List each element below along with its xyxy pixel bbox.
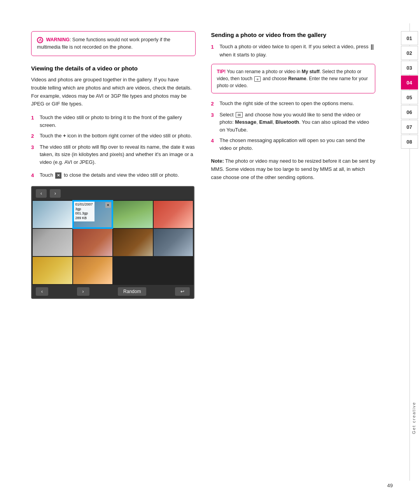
gallery-cell-close[interactable]: ✕: [105, 202, 111, 208]
tab-05[interactable]: 05: [401, 90, 418, 104]
gallery-cell-info: 01/01/2007 3gp 001.3gp 289 KB: [74, 202, 94, 221]
right-step-num-2: 2: [211, 100, 217, 108]
right-column: Sending a photo or video from the galler…: [211, 31, 376, 473]
right-step-text-4: The chosen messaging application will op…: [220, 137, 376, 152]
left-section-body: Videos and photos are grouped together i…: [31, 76, 196, 108]
step-num-4-right: 4: [31, 172, 37, 180]
right-step-text-1: Touch a photo or video twice to open it.…: [220, 43, 376, 59]
right-step-num-4: 4: [211, 137, 217, 145]
gallery-topbar: ‹ ›: [32, 187, 194, 200]
gallery-cell-9[interactable]: [33, 257, 72, 284]
tip-box: TIP! You can rename a photo or video in …: [211, 64, 376, 93]
close-icon: ✕: [55, 172, 61, 179]
gallery-forward-btn[interactable]: ›: [50, 189, 61, 198]
tab-08[interactable]: 08: [401, 135, 418, 149]
gallery-next-btn[interactable]: ›: [77, 287, 89, 296]
step-text-3: The video still or photo will flip over …: [40, 143, 196, 166]
gallery-screen: ‹ › 01/01/2007 3gp 001.3gp 289 KB ✕: [31, 186, 194, 299]
gallery-cell-10[interactable]: [73, 257, 113, 284]
tab-02[interactable]: 02: [401, 46, 418, 60]
gallery-back-btn[interactable]: ‹: [36, 189, 47, 198]
right-steps-2-4: 2 Touch the right side of the screen to …: [211, 100, 376, 152]
tab-07[interactable]: 07: [401, 120, 418, 134]
left-steps-list: 1 Touch the video still or photo to brin…: [31, 114, 196, 166]
tip-mystuff: My stuff: [302, 69, 320, 74]
step-4-text: Touch ✕ to close the details and view th…: [40, 171, 179, 179]
get-creative-label: Get creative: [411, 402, 416, 434]
left-step-1: 1 Touch the video still or photo to brin…: [31, 114, 196, 129]
right-section-title: Sending a photo or video from the galler…: [211, 31, 376, 39]
warning-icon: ⚠: [37, 37, 43, 43]
right-step-3: 3 Select ✉ and choose how you would like…: [211, 111, 376, 134]
gallery-cell-4[interactable]: [154, 201, 193, 228]
left-step-4: 4 Touch ✕ to close the details and view …: [31, 171, 196, 180]
page-number: 49: [387, 483, 393, 488]
right-step-num-1: 1: [211, 43, 217, 51]
tab-01[interactable]: 01: [401, 31, 418, 45]
email-bold: Email: [259, 119, 273, 125]
tab-04[interactable]: 04: [401, 76, 418, 90]
gallery-cell-5[interactable]: [33, 229, 72, 256]
gallery-prev-btn[interactable]: ‹: [36, 287, 48, 296]
message-bold: Message: [235, 119, 256, 125]
tip-body: You can rename a photo or video in My st…: [217, 69, 368, 88]
step-num-2: 2: [31, 132, 37, 140]
left-column: ⚠ WARNING: Some functions would not work…: [31, 31, 196, 473]
left-step-2: 2 Touch the + icon in the bottom right c…: [31, 132, 196, 140]
right-steps-list: 1 Touch a photo or video twice to open i…: [211, 43, 376, 59]
gallery-cell-8[interactable]: [154, 229, 193, 256]
warning-box: ⚠ WARNING: Some functions would not work…: [31, 31, 196, 56]
gallery-grid: 01/01/2007 3gp 001.3gp 289 KB ✕: [32, 200, 194, 285]
tip-title: TIP!: [217, 69, 226, 74]
step-num-3: 3: [31, 144, 37, 151]
note-bold: Note:: [211, 158, 224, 164]
gallery-cell-3[interactable]: [113, 201, 153, 228]
tip-rename: Rename: [288, 76, 306, 81]
gallery-cell-2[interactable]: 01/01/2007 3gp 001.3gp 289 KB ✕: [73, 201, 113, 228]
tab-container: 01 02 03 04 05 06 07 08: [401, 23, 418, 149]
tab-03[interactable]: 03: [401, 61, 418, 75]
right-step-num-3: 3: [211, 111, 217, 119]
left-step-3: 3 The video still or photo will flip ove…: [31, 143, 196, 166]
right-step-text-2: Touch the right side of the screen to op…: [220, 100, 354, 107]
gallery-back-nav-btn[interactable]: ↩: [175, 287, 190, 296]
pause-icon: ||: [371, 43, 374, 51]
note-text: Note: The photo or video may need to be …: [211, 157, 376, 181]
gallery-cell-1[interactable]: [33, 201, 72, 228]
right-step-2: 2 Touch the right side of the screen to …: [211, 100, 376, 108]
gallery-bottombar: ‹ › Random ↩: [32, 285, 194, 298]
left-section-title: Viewing the details of a video or photo: [31, 65, 196, 72]
plus-icon: +: [63, 132, 66, 140]
menu-icon: ≡: [254, 76, 261, 82]
right-step-text-3: Select ✉ and choose how you would like t…: [220, 111, 376, 134]
step-num-1: 1: [31, 114, 37, 122]
note-body: The photo or video may need to be resize…: [211, 158, 376, 180]
step-text-2: Touch the + icon in the bottom right cor…: [40, 132, 192, 140]
gallery-cell-7[interactable]: [113, 229, 153, 256]
warning-title: WARNING: [46, 37, 69, 42]
step-text-1: Touch the video still or photo to bring …: [40, 114, 196, 129]
right-step-1: 1 Touch a photo or video twice to open i…: [211, 43, 376, 59]
right-step-4: 4 The chosen messaging application will …: [211, 137, 376, 152]
gallery-random-btn[interactable]: Random: [118, 287, 146, 296]
sidebar: 01 02 03 04 05 06 07 08 Get creative: [399, 23, 420, 481]
bluetooth-bold: Bluetooth: [275, 119, 299, 125]
mail-icon: ✉: [236, 112, 243, 118]
gallery-cell-6[interactable]: [73, 229, 113, 256]
tab-06[interactable]: 06: [401, 105, 418, 119]
